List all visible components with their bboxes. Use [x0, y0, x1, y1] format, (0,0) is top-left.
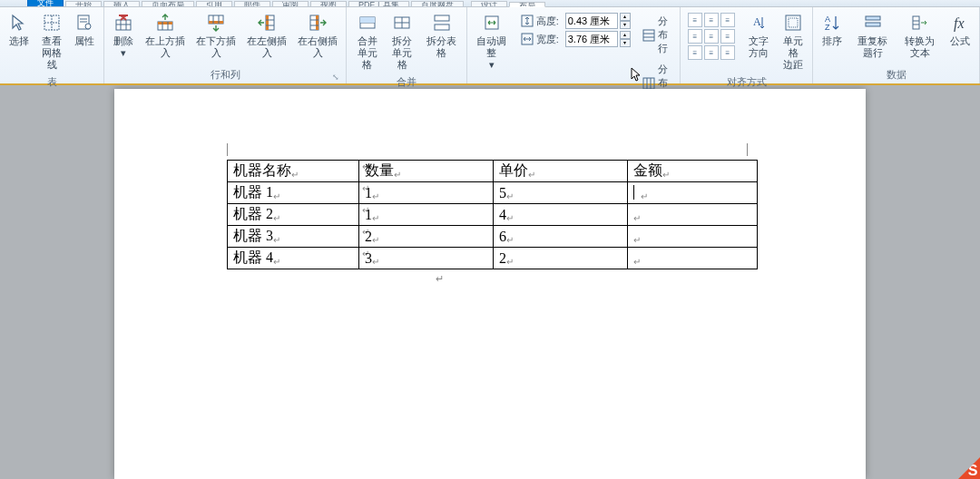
margins-label2: 边距	[783, 59, 803, 71]
align-mc[interactable]: ≡	[704, 29, 719, 44]
margins-icon	[782, 12, 804, 34]
split-cells-button[interactable]: 拆分 单元格	[386, 9, 419, 73]
table-cell[interactable]: 机器 4↵↵	[228, 248, 359, 269]
split-table-button[interactable]: 拆分表格	[421, 9, 463, 62]
gridlines-label: 网格线	[41, 47, 63, 71]
tab-review[interactable]: 审阅	[272, 1, 309, 6]
table-cell-active[interactable]: ↵	[628, 182, 758, 204]
table-cell[interactable]: 5↵	[494, 182, 628, 204]
table-cell[interactable]: 机器 3↵↵	[228, 226, 359, 248]
svg-rect-50	[866, 23, 880, 26]
sort-button[interactable]: AZ 排序	[817, 9, 848, 50]
height-input[interactable]	[565, 13, 618, 29]
split-icon	[391, 12, 413, 34]
table-cell[interactable]: 3↵	[359, 248, 494, 269]
cell-margins-button[interactable]: 单元格 边距	[778, 9, 808, 73]
insert-above-button[interactable]: 在上方插入	[141, 9, 190, 62]
table-row[interactable]: 机器 4↵↵ 3↵ 2↵ ↵	[228, 248, 758, 269]
split-label2: 单元格	[390, 47, 415, 71]
tab-pdf[interactable]: PDF工具集	[348, 1, 409, 6]
svg-text:A: A	[753, 15, 761, 28]
table-cell[interactable]: 1↵	[359, 204, 494, 226]
svg-rect-49	[866, 16, 880, 20]
table-cell[interactable]: 机器 1↵↵	[228, 182, 359, 204]
gridlines-icon	[41, 12, 63, 34]
align-tc[interactable]: ≡	[704, 13, 719, 27]
header-cell[interactable]: 单价↵	[494, 161, 628, 182]
table-row[interactable]: 机器 1↵↵ 1↵ 5↵ ↵	[228, 182, 758, 204]
table-row[interactable]: 机器 3↵↵ 2↵ 6↵ ↵	[228, 226, 758, 248]
table-cell[interactable]: 2↵	[494, 248, 628, 269]
table-cell[interactable]: 6↵	[494, 226, 628, 248]
width-icon	[520, 32, 534, 46]
autofit-button[interactable]: 自动调整 ▾	[471, 9, 513, 73]
svg-text:Z: Z	[825, 23, 830, 32]
width-label: 宽度:	[536, 33, 564, 46]
tab-file[interactable]: 文件	[27, 0, 64, 6]
formula-button[interactable]: fx 公式	[945, 9, 975, 50]
delete-icon	[113, 12, 134, 34]
align-mr[interactable]: ≡	[720, 29, 735, 44]
table-cell[interactable]: ↵	[628, 226, 758, 248]
width-input[interactable]	[565, 31, 618, 47]
align-bc[interactable]: ≡	[704, 45, 719, 60]
table-cell[interactable]: 4↵	[494, 204, 628, 226]
insert-below-button[interactable]: 在下方插入	[191, 9, 240, 62]
repeat-header-button[interactable]: 重复标题行	[849, 9, 895, 62]
svg-rect-34	[435, 24, 449, 30]
table-cell[interactable]: 1↵	[359, 182, 494, 204]
page[interactable]: 机器名称↵↵ 数量↵ 单价↵ 金额↵ 机器 1↵↵ 1↵ 5↵ ↵ 机器 2↵↵…	[114, 89, 866, 479]
align-br[interactable]: ≡	[720, 45, 735, 60]
table-cell[interactable]: 机器 2↵↵	[228, 204, 359, 226]
table-cell[interactable]: ↵	[628, 248, 758, 269]
delete-button[interactable]: 删除 ▾	[108, 9, 139, 62]
insert-left-button[interactable]: 在左侧插入	[242, 9, 291, 62]
launcher-icon[interactable]: ⤡	[331, 73, 340, 82]
ribbon: 选择 查看 网格线 属性 表	[0, 7, 980, 85]
tab-layout[interactable]: 页面布局	[142, 1, 194, 6]
svg-rect-46	[789, 18, 798, 27]
svg-rect-41	[643, 78, 654, 89]
svg-rect-29	[360, 17, 375, 23]
merge-icon	[357, 12, 378, 34]
svg-rect-24	[316, 15, 318, 30]
tab-references[interactable]: 引用	[196, 1, 232, 6]
view-gridlines-button[interactable]: 查看 网格线	[36, 9, 67, 73]
align-ml[interactable]: ≡	[688, 29, 702, 44]
header-cell[interactable]: 金额↵	[628, 161, 758, 182]
insert-above-label: 在上方插入	[145, 35, 185, 59]
width-spinner[interactable]: ▴▾	[620, 31, 631, 47]
svg-rect-20	[266, 15, 269, 30]
dropdown-icon: ▾	[121, 47, 126, 59]
table-cell[interactable]: 2↵	[359, 226, 494, 248]
margins-label: 单元格	[782, 35, 804, 59]
group-table-label: 表	[4, 73, 100, 91]
table-header-row[interactable]: 机器名称↵↵ 数量↵ 单价↵ 金额↵	[228, 161, 758, 182]
formula-label: 公式	[950, 35, 970, 47]
table-cell[interactable]: ↵	[628, 204, 758, 226]
insert-below-label: 在下方插入	[196, 35, 236, 59]
tab-cloud[interactable]: 百度网盘	[411, 1, 464, 6]
svg-rect-33	[435, 15, 449, 21]
align-tl[interactable]: ≡	[688, 13, 702, 27]
tab-view[interactable]: 视图	[310, 1, 347, 6]
insert-right-button[interactable]: 在右侧插入	[293, 9, 342, 62]
distribute-rows-button[interactable]: 分布行	[640, 13, 672, 57]
merge-cells-button[interactable]: 合并 单元格	[350, 9, 384, 73]
tab-insert[interactable]: 插入	[103, 1, 140, 6]
select-button[interactable]: 选择	[4, 9, 34, 50]
table-row[interactable]: 机器 2↵↵ 1↵ 4↵ ↵	[228, 204, 758, 226]
header-cell[interactable]: 机器名称↵↵	[228, 161, 359, 182]
align-tr[interactable]: ≡	[720, 13, 735, 27]
convert-button[interactable]: 转换为文本	[897, 9, 943, 62]
tab-home[interactable]: 开始	[65, 1, 102, 6]
tab-design[interactable]: 设计	[471, 1, 507, 6]
height-spinner[interactable]: ▴▾	[620, 13, 631, 29]
header-cell[interactable]: 数量↵	[359, 161, 494, 182]
word-table[interactable]: 机器名称↵↵ 数量↵ 单价↵ 金额↵ 机器 1↵↵ 1↵ 5↵ ↵ 机器 2↵↵…	[227, 160, 758, 269]
properties-button[interactable]: 属性	[69, 9, 100, 50]
tab-mailings[interactable]: 邮件	[234, 1, 270, 6]
align-bl[interactable]: ≡	[688, 45, 702, 60]
text-direction-button[interactable]: A 文字方向	[740, 9, 777, 62]
dist-rows-icon	[642, 28, 655, 43]
